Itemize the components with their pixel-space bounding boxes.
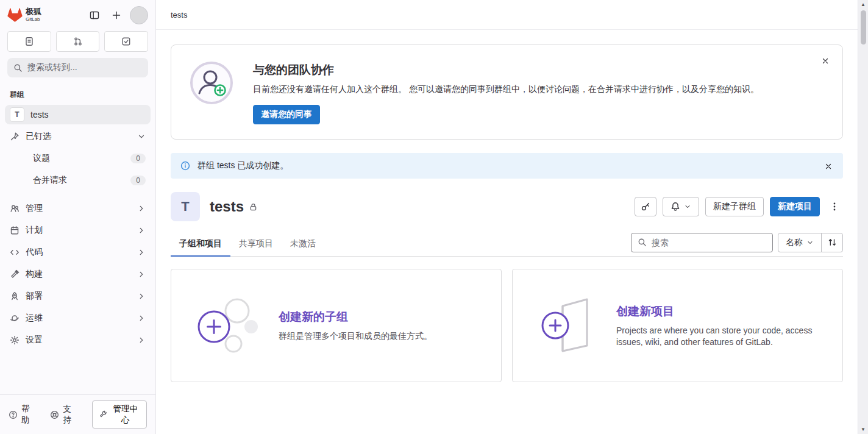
sidebar-item-pinned[interactable]: 已钉选	[5, 127, 151, 146]
user-avatar[interactable]	[130, 6, 148, 24]
lock-icon	[249, 202, 258, 212]
issue-icon	[24, 37, 34, 46]
sidebar-item-merge-requests[interactable]: 合并请求 0	[5, 171, 151, 190]
chevron-right-icon	[137, 226, 146, 235]
create-subgroup-description: 群组是管理多个项目和成员的最佳方式。	[279, 330, 432, 342]
sidebar-item-label: 运维	[26, 313, 131, 324]
breadcrumb-bar: tests	[156, 0, 858, 30]
new-project-button[interactable]: 新建项目	[770, 197, 820, 216]
help-label: 帮助	[21, 404, 35, 425]
close-icon	[821, 57, 830, 65]
sidebar-item-label: 部署	[26, 291, 131, 302]
search-icon	[13, 63, 23, 73]
help-link[interactable]: 帮助	[9, 404, 35, 425]
group-avatar-small: T	[10, 107, 24, 122]
sort-by-dropdown[interactable]: 名称	[778, 233, 822, 252]
bell-icon	[671, 202, 680, 212]
brand-text: 极狐 GitLab	[26, 7, 41, 22]
page-scrollbar: ▲ ▼	[858, 0, 868, 434]
todos-shortcut-button[interactable]	[104, 31, 148, 52]
code-icon	[10, 247, 20, 257]
users-icon	[10, 204, 20, 213]
sidebar-search[interactable]: 搜索或转到...	[7, 58, 148, 77]
sort-direction-button[interactable]	[821, 233, 843, 252]
chevron-right-icon	[137, 270, 146, 279]
brand-name-en: GitLab	[26, 16, 41, 22]
sidebar-item-label: 代码	[26, 247, 131, 258]
sidebar-item-code[interactable]: 代码	[5, 243, 151, 262]
sidebar-item-build[interactable]: 构建	[5, 265, 151, 284]
sort-direction-icon	[828, 238, 837, 247]
tab-inactive[interactable]: 未激活	[282, 232, 324, 257]
sidebar-item-label: 合并请求	[33, 175, 124, 186]
merge-request-icon	[73, 37, 83, 46]
group-header: T tests	[171, 192, 843, 221]
key-icon	[641, 202, 650, 212]
breadcrumb[interactable]: tests	[171, 10, 187, 20]
sidebar-item-label: 设置	[26, 335, 131, 346]
sidebar-search-placeholder: 搜索或转到...	[27, 62, 77, 73]
more-actions-button[interactable]	[826, 197, 843, 216]
group-title-row: tests	[210, 198, 258, 215]
create-new-button[interactable]	[108, 7, 125, 24]
chevron-right-icon	[137, 314, 146, 322]
tab-shared-projects[interactable]: 共享项目	[230, 232, 282, 257]
issues-count-badge: 0	[130, 154, 146, 163]
brand-logo[interactable]: 极狐 GitLab	[7, 7, 41, 22]
subgroup-illustration	[190, 294, 260, 357]
sort-controls: 名称	[778, 233, 843, 252]
admin-center-label: 管理中心	[111, 404, 140, 425]
pin-icon	[10, 132, 20, 141]
alert-close-button[interactable]	[821, 159, 836, 174]
gitlab-tanuki-icon	[7, 8, 23, 23]
info-icon	[180, 161, 190, 171]
create-subgroup-link[interactable]: 创建新的子组	[279, 310, 348, 323]
sidebar-item-plan[interactable]: 计划	[5, 221, 151, 240]
new-subgroup-button[interactable]: 新建子群组	[705, 197, 764, 216]
invite-team-banner: 与您的团队协作 目前您还没有邀请任何人加入这个群组。 您可以邀请您的同事到群组中…	[171, 44, 843, 140]
support-label: 支持	[63, 404, 77, 425]
sidebar-item-current-group[interactable]: T tests	[5, 105, 151, 124]
group-created-alert: 群组 tests 已成功创建。	[171, 153, 843, 179]
chevron-right-icon	[137, 204, 146, 213]
notifications-dropdown-button[interactable]	[663, 197, 699, 216]
filter-search-box	[631, 233, 773, 252]
tab-subgroups-and-projects[interactable]: 子组和项目	[171, 232, 230, 257]
sidebar-item-deploy[interactable]: 部署	[5, 286, 151, 306]
sidebar: 极狐 GitLab	[0, 0, 156, 434]
scrollbar-down-arrow[interactable]: ▼	[858, 425, 868, 434]
scrollbar-thumb[interactable]	[861, 10, 866, 44]
issues-shortcut-button[interactable]	[7, 31, 51, 52]
sidebar-item-settings[interactable]: 设置	[5, 330, 151, 350]
sidebar-toggle-button[interactable]	[86, 7, 103, 24]
todo-check-icon	[121, 37, 131, 46]
merge-requests-shortcut-button[interactable]	[56, 31, 100, 52]
admin-center-button[interactable]: 管理中心	[92, 400, 147, 429]
sidebar-item-issues[interactable]: 议题 0	[5, 149, 151, 168]
access-tokens-button[interactable]	[635, 197, 656, 216]
sort-by-label: 名称	[786, 237, 803, 248]
alert-message: 群组 tests 已成功创建。	[197, 160, 288, 171]
sidebar-item-label: 议题	[33, 153, 124, 164]
panel-toggle-icon	[90, 10, 99, 20]
rocket-icon	[10, 291, 20, 301]
chevron-right-icon	[137, 248, 146, 257]
sidebar-item-label: tests	[30, 110, 146, 119]
scrollbar-up-arrow[interactable]: ▲	[858, 0, 868, 9]
invite-banner-description: 目前您还没有邀请任何人加入这个群组。 您可以邀请您的同事到群组中，以便讨论问题，…	[253, 84, 759, 95]
filter-search-input[interactable]	[652, 238, 766, 247]
planet-icon	[10, 313, 20, 323]
chevron-right-icon	[137, 336, 146, 344]
project-illustration	[531, 294, 598, 357]
support-link[interactable]: 支持	[50, 404, 77, 425]
sidebar-item-manage[interactable]: 管理	[5, 199, 151, 218]
sidebar-section-groups: 群组	[0, 84, 155, 105]
banner-close-button[interactable]	[818, 54, 833, 68]
create-project-link[interactable]: 创建新项目	[616, 305, 674, 318]
sidebar-item-operate[interactable]: 运维	[5, 308, 151, 328]
invite-banner-body: 与您的团队协作 目前您还没有邀请任何人加入这个群组。 您可以邀请您的同事到群组中…	[253, 60, 759, 124]
create-project-card-body: 创建新项目 Projects are where you can store y…	[616, 304, 824, 348]
invite-avatar-illustration	[188, 60, 235, 106]
group-header-actions: 新建子群组 新建项目	[635, 197, 843, 216]
invite-teammates-button[interactable]: 邀请您的同事	[253, 105, 320, 124]
